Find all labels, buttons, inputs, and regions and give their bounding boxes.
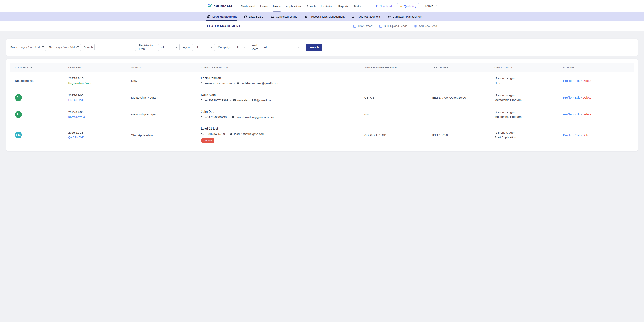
crm-time-ago: (2 months ago) [495,93,557,97]
chevron-down-icon [210,46,213,49]
col-client-information: CLIENT INFORMATION [198,63,361,72]
crm-time-ago: (2 months ago) [495,76,557,80]
delete-link[interactable]: Delete [583,79,591,82]
lead-ref-link[interactable]: Registration From [68,81,91,85]
crm-status: Mentorship Program [495,98,557,102]
separator-dot: • [227,132,228,136]
client-email: codebar2007+1@gmail.com [241,81,278,86]
csv-export-button[interactable]: CSV Export [353,24,372,28]
nav-item-applications[interactable]: Applications [286,0,302,12]
campaign-select[interactable]: All [233,44,248,51]
separator-dot: • [580,96,582,99]
edit-link[interactable]: Edit [574,79,580,82]
lead-status: New [131,79,137,82]
excel-file-icon [379,24,382,28]
profile-link[interactable]: Profile [563,79,572,82]
separator-dot: • [572,113,574,116]
client-name: John Doe [201,110,358,114]
crm-status: Mentorship Program [495,115,557,119]
csv-export-label: CSV Export [358,24,372,27]
nav-item-dashboard[interactable]: Dashboard [241,0,255,12]
lead-date: 2025-12-03 [68,110,125,114]
tab-converted-leads[interactable]: Converted Leads [270,12,297,21]
lead-ref-link[interactable]: 5SMCSWYU [68,115,85,119]
bulk-upload-button[interactable]: Bulk Upload Leads [379,24,407,28]
tab-tags-management[interactable]: Tags Management [352,12,380,21]
nav-item-reports[interactable]: Reports [338,0,348,12]
lead-board-label: Lead Board [251,44,260,51]
crm-status: Start Application [495,135,557,140]
nav-item-branch[interactable]: Branch [307,0,316,12]
counsellor-avatar: Ad [15,111,22,118]
tab-label: Process Flows Management [310,15,344,18]
email-icon [236,82,240,85]
email-icon [233,99,236,102]
lead-ref-link[interactable]: QNCZHAVD [68,98,84,102]
table-header-row: COUNSELLOR LEAD REF. STATUS CLIENT INFOR… [10,63,634,72]
edit-link[interactable]: Edit [574,134,580,137]
to-date-input[interactable] [54,44,81,51]
agent-select[interactable]: All [192,44,215,51]
table-row: Em 2025-11-23 QNCZHAVD Start Application… [10,123,634,147]
profile-link[interactable]: Profile [563,96,572,99]
phone-icon [201,99,204,101]
chevron-down-icon [175,46,178,49]
lead-date: 2025-12-05 [68,93,125,97]
lead-board-select[interactable]: All [262,44,302,51]
tab-lead-management[interactable]: Lead Management [207,12,237,21]
lead-date: 2025-12-15 [68,76,125,80]
priority-badge: Priority [201,138,214,143]
search-label: Search [84,46,93,49]
counsellor-text: Not added yet [15,79,34,82]
page-header: LEAD MANAGEMENT CSV Export Bulk Upload L… [0,21,644,31]
top-navbar: Studicate Dashboard Users Leads Applicat… [0,0,644,12]
search-input[interactable] [94,44,136,51]
board-icon [244,15,247,18]
tab-lead-board[interactable]: Lead Board [244,12,263,21]
registration-from-select[interactable]: All [158,44,180,51]
page-title: LEAD MANAGEMENT [207,24,241,28]
client-email: niaz.chowdhury@outlook.com [236,115,276,119]
phone-icon [201,116,204,119]
quick-reg-button[interactable]: Quick Reg [397,3,419,9]
lead-status: Mentorship Program [131,96,158,99]
delete-link[interactable]: Delete [583,134,591,137]
delete-link[interactable]: Delete [583,96,591,99]
selected-value: All [195,46,198,49]
delete-link[interactable]: Delete [583,113,591,116]
brand[interactable]: Studicate [207,3,232,9]
content-area: From To Search Registration From All Age… [0,31,644,322]
from-label: From [10,46,17,49]
tab-process-flows[interactable]: Process Flows Management [304,12,344,21]
nav-item-users[interactable]: Users [260,0,268,12]
col-actions: ACTIONS [560,63,634,72]
new-lead-button[interactable]: New Lead [372,3,394,9]
profile-link[interactable]: Profile [563,134,572,137]
add-new-lead-button[interactable]: Add New Lead [414,24,437,28]
crm-time-ago: (2 months ago) [495,110,557,114]
profile-link[interactable]: Profile [563,113,572,116]
selected-value: All [160,46,164,49]
lead-ref-link[interactable]: QNCZHAVD [68,135,84,139]
user-menu[interactable]: Admin [424,4,437,8]
nav-item-institution[interactable]: Institution [321,0,333,12]
separator-dot: • [572,79,574,82]
counsellor-avatar: Em [15,132,22,139]
client-email: lead01@studigate.com [234,132,264,136]
from-date-input[interactable] [19,44,46,51]
nav-item-leads[interactable]: Leads [273,0,281,12]
col-test-score: TEST SCORE [429,63,492,72]
phone-icon [201,133,204,135]
col-admission-preference: ADMISSION PREFERENCE [361,63,429,72]
test-score: IELTS: 7.50 [432,134,448,137]
search-button[interactable]: Search [306,44,322,51]
tab-label: Campaign Management [392,15,422,18]
tab-label: Tags Management [357,15,380,18]
tab-campaign-management[interactable]: Campaign Management [387,12,422,21]
client-name: Lead 01 test [201,127,358,131]
email-icon [230,133,233,135]
edit-link[interactable]: Edit [574,96,580,99]
client-phone: +88023456789 [205,132,225,136]
nav-item-tasks[interactable]: Tasks [354,0,361,12]
edit-link[interactable]: Edit [574,113,580,116]
